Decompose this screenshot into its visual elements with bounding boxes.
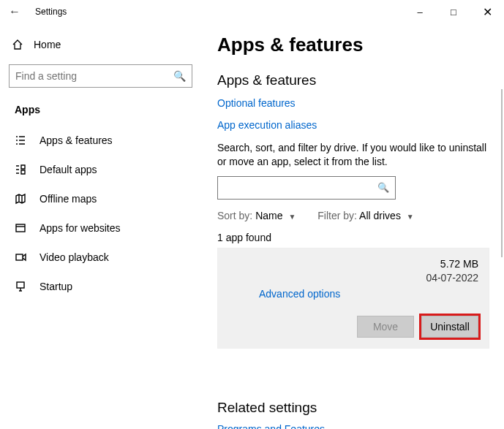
app-date: 04-07-2022 (426, 271, 478, 285)
sidebar-item-apps-websites[interactable]: Apps for websites (6, 213, 195, 243)
nav-label: Default apps (40, 164, 97, 175)
app-card[interactable]: 5.72 MB 04-07-2022 Advanced options Move… (217, 248, 489, 349)
description-text: Search, sort, and filter by drive. If yo… (217, 141, 489, 169)
filter-row: Sort by: Name ▼ Filter by: All drives ▼ (217, 210, 489, 221)
scrollbar[interactable] (501, 89, 503, 257)
sort-value: Name (255, 210, 282, 221)
svg-rect-0 (16, 224, 25, 232)
svg-rect-2 (17, 282, 24, 288)
filter-value: All drives (359, 210, 401, 221)
nav-label: Apps & features (40, 134, 113, 146)
programs-and-features-link[interactable]: Programs and Features (217, 423, 489, 429)
video-icon (15, 251, 26, 263)
minimize-button[interactable]: – (403, 0, 437, 23)
app-search[interactable]: 🔍 (217, 176, 396, 200)
button-row: Move Uninstall (228, 316, 478, 338)
app-meta: 5.72 MB 04-07-2022 (426, 257, 478, 285)
list-icon (15, 134, 26, 146)
app-search-input[interactable] (224, 182, 377, 194)
chevron-down-icon: ▼ (285, 213, 296, 221)
filter-by-dropdown[interactable]: Filter by: All drives ▼ (317, 210, 413, 221)
close-button[interactable]: ✕ (470, 0, 504, 23)
nav-label: Video playback (40, 251, 109, 263)
defaults-icon (15, 164, 26, 175)
sidebar-item-video-playback[interactable]: Video playback (6, 243, 195, 272)
sidebar-search-input[interactable] (15, 70, 173, 82)
nav-label: Apps for websites (40, 222, 121, 234)
sort-by-dropdown[interactable]: Sort by: Name ▼ (217, 210, 296, 221)
title-bar: ← Settings – □ ✕ (0, 0, 504, 23)
related-settings-heading: Related settings (217, 400, 489, 416)
section-heading: Apps & features (217, 72, 489, 88)
chevron-down-icon: ▼ (404, 213, 414, 221)
websites-icon (15, 222, 26, 234)
filter-label: Filter by: (317, 210, 357, 221)
sidebar-item-apps-features[interactable]: Apps & features (6, 126, 195, 155)
sidebar-item-default-apps[interactable]: Default apps (6, 155, 195, 184)
nav-label: Offline maps (40, 193, 97, 205)
sidebar-item-startup[interactable]: Startup (6, 272, 195, 301)
startup-icon (15, 281, 26, 292)
maximize-button[interactable]: □ (437, 0, 470, 23)
sidebar-item-offline-maps[interactable]: Offline maps (6, 184, 195, 213)
page-title: Apps & features (217, 34, 489, 56)
advanced-options-link[interactable]: Advanced options (228, 288, 478, 300)
optional-features-link[interactable]: Optional features (217, 97, 489, 109)
uninstall-button[interactable]: Uninstall (421, 316, 478, 338)
app-execution-aliases-link[interactable]: App execution aliases (217, 119, 489, 131)
sidebar-section-label: Apps (6, 101, 195, 126)
nav-label: Startup (40, 281, 72, 292)
home-icon (12, 39, 23, 50)
sort-label: Sort by: (217, 210, 252, 221)
apps-found-label: 1 app found (217, 232, 489, 243)
content-pane: Apps & features Apps & features Optional… (201, 23, 504, 429)
window-title: Settings (29, 7, 67, 17)
map-icon (15, 193, 26, 205)
back-button[interactable]: ← (0, 5, 29, 18)
search-icon: 🔍 (377, 182, 389, 193)
window-controls: – □ ✕ (403, 0, 504, 23)
home-label: Home (34, 39, 61, 50)
search-icon: 🔍 (173, 70, 186, 82)
app-size: 5.72 MB (426, 257, 478, 271)
sidebar: Home 🔍 Apps Apps & features Default apps… (0, 23, 201, 429)
sidebar-search[interactable]: 🔍 (9, 64, 192, 88)
svg-rect-1 (16, 254, 23, 260)
move-button: Move (357, 316, 414, 338)
sidebar-item-home[interactable]: Home (6, 31, 195, 58)
